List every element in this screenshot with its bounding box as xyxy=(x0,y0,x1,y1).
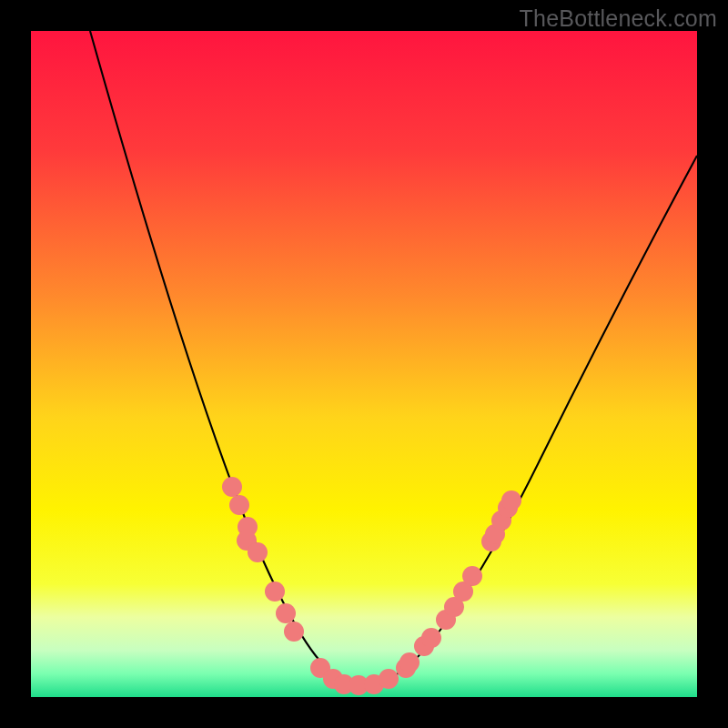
data-marker xyxy=(248,542,268,562)
data-marker xyxy=(276,603,296,623)
plot-area xyxy=(31,31,697,697)
data-markers xyxy=(222,477,521,695)
bottleneck-curve xyxy=(90,31,697,684)
data-marker xyxy=(421,628,441,648)
data-marker xyxy=(462,566,482,586)
watermark-text: TheBottleneck.com xyxy=(520,5,717,32)
data-marker xyxy=(229,495,249,515)
data-marker xyxy=(501,490,521,511)
data-marker xyxy=(399,652,420,672)
data-marker xyxy=(284,622,304,642)
curve-layer xyxy=(31,31,697,697)
chart-stage: TheBottleneck.com xyxy=(0,0,728,728)
data-marker xyxy=(265,581,285,602)
data-marker xyxy=(222,477,242,497)
data-marker xyxy=(379,669,399,689)
